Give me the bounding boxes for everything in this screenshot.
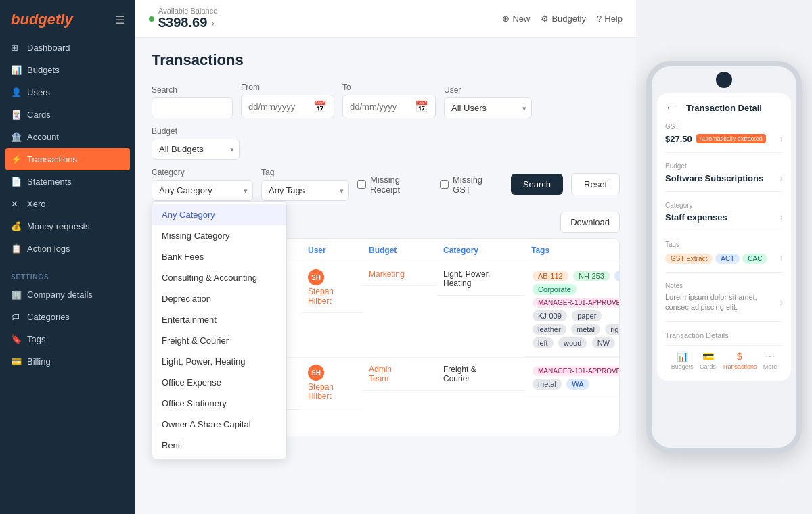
search-input[interactable]: [152, 97, 233, 118]
budgets-icon: 📊: [11, 65, 22, 75]
phone-notes-chevron[interactable]: ›: [780, 297, 783, 308]
account-icon: 🏦: [11, 132, 22, 142]
phone-category-field: Category Staff expenses ›: [665, 202, 783, 231]
sidebar-item-action-logs[interactable]: 📋 Action logs: [0, 237, 135, 260]
balance-amount: $398.69: [158, 15, 207, 30]
phone-mockup: ← Transaction Detail GST $27.50 Automati…: [636, 0, 812, 514]
phone-nav-cards[interactable]: 💳 Cards: [700, 351, 716, 370]
dropdown-item-depreciation[interactable]: Depreciation: [152, 288, 286, 309]
budget-filter: Budget All Budgets: [152, 126, 240, 160]
phone-tag-gst-extract: GST Extract: [665, 254, 713, 264]
td-budget-2: AdminTeam: [362, 358, 436, 391]
missing-gst-label: Missing GST: [453, 174, 503, 195]
from-date-input[interactable]: [248, 101, 309, 112]
dropdown-item-any[interactable]: Any Category: [152, 204, 286, 225]
dropdown-item-entertainment[interactable]: Entertainment: [152, 309, 286, 330]
missing-receipt-checkbox[interactable]: [357, 180, 366, 189]
from-date-wrapper: 📅: [241, 95, 334, 118]
phone-content: ← Transaction Detail GST $27.50 Automati…: [657, 93, 791, 381]
sidebar-item-xero[interactable]: ✕ Xero: [0, 193, 135, 215]
settings-section-label: SETTINGS: [0, 265, 135, 283]
phone-back-button[interactable]: ←: [665, 101, 676, 114]
xero-icon: ✕: [11, 199, 22, 209]
sidebar-item-dashboard[interactable]: ⊞ Dashboard: [0, 37, 135, 59]
phone-nav-more-icon: ⋯: [765, 351, 775, 362]
users-icon: 👤: [11, 87, 22, 97]
dropdown-item-owner-share[interactable]: Owner A Share Capital: [152, 414, 286, 435]
category-filter: Category Any Category Any Category Missi…: [152, 168, 253, 201]
sidebar-item-transactions[interactable]: ⚡ Transactions: [5, 148, 130, 170]
sidebar-item-billing[interactable]: 💳 Billing: [0, 350, 135, 373]
user-select[interactable]: All Users: [444, 97, 532, 118]
phone-category-chevron[interactable]: ›: [780, 212, 783, 223]
tag-filter: Tag Any Tags: [261, 168, 349, 201]
plus-icon: ⊕: [502, 14, 510, 24]
td-user-1: SH Stepan Hilbert: [301, 262, 362, 313]
phone-nav-budgets-icon: 📊: [677, 351, 688, 362]
reset-button[interactable]: Reset: [571, 173, 620, 195]
content-area: Transactions Search From 📅 To 📅: [135, 38, 636, 514]
phone-notes-field: Notes Lorem ipsum dolor sit amet, consec…: [665, 282, 783, 322]
budget-select-wrapper: All Budgets: [152, 139, 240, 160]
sidebar-item-budgets[interactable]: 📊 Budgets: [0, 59, 135, 81]
tags-icon: 🔖: [11, 334, 22, 344]
sidebar-item-money-requests[interactable]: 💰 Money requests: [0, 215, 135, 237]
dropdown-item-missing[interactable]: Missing Category: [152, 225, 286, 246]
cards-icon: 🃏: [11, 110, 22, 120]
statements-icon: 📄: [11, 177, 22, 187]
action-logs-icon: 📋: [11, 243, 22, 254]
td-user-2: SH Stepan Hilbert: [301, 358, 362, 408]
phone-nav-transactions[interactable]: $ Transactions: [722, 351, 757, 370]
tag-select[interactable]: Any Tags: [261, 180, 349, 201]
hamburger-icon[interactable]: ☰: [115, 14, 125, 26]
phone-nav-budgets[interactable]: 📊 Budgets: [671, 351, 694, 370]
phone-tag-act: ACT: [715, 254, 740, 264]
phone-tags-chevron[interactable]: ›: [780, 252, 783, 263]
th-budget: Budget: [362, 239, 436, 262]
dropdown-item-consulting[interactable]: Consulting & Accounting: [152, 267, 286, 288]
category-select-wrapper: Any Category: [152, 180, 253, 201]
phone-gst-field: GST $27.50 Automatically extracted ›: [665, 123, 783, 153]
sidebar: budgetly ☰ ⊞ Dashboard 📊 Budgets 👤 Users…: [0, 0, 135, 514]
help-button[interactable]: ? Help: [597, 14, 623, 24]
missing-receipt-label: Missing Receipt: [370, 174, 432, 195]
category-select[interactable]: Any Category: [152, 180, 253, 201]
sidebar-item-cards[interactable]: 🃏 Cards: [0, 103, 135, 126]
avatar-2: SH: [308, 365, 324, 381]
company-details-icon: 🏢: [11, 289, 22, 300]
dropdown-item-bank-fees[interactable]: Bank Fees: [152, 246, 286, 267]
category-dropdown-menu: Any Category Missing Category Bank Fees …: [152, 201, 287, 459]
sidebar-item-statements[interactable]: 📄 Statements: [0, 170, 135, 193]
page-title: Transactions: [152, 51, 620, 69]
sidebar-item-company-details[interactable]: 🏢 Company details: [0, 283, 135, 306]
download-button[interactable]: Download: [560, 212, 620, 233]
phone-gst-chevron[interactable]: ›: [780, 133, 783, 144]
to-date-input[interactable]: [350, 101, 411, 112]
sidebar-item-account[interactable]: 🏦 Account: [0, 126, 135, 148]
dropdown-item-rent[interactable]: Rent: [152, 435, 286, 456]
user-filter: User All Users: [444, 85, 532, 118]
phone-budget-chevron[interactable]: ›: [780, 172, 783, 183]
dropdown-item-office-stationery[interactable]: Office Stationery: [152, 393, 286, 414]
sidebar-item-tags[interactable]: 🔖 Tags: [0, 328, 135, 350]
budget-select[interactable]: All Budgets: [152, 139, 240, 160]
sidebar-item-categories[interactable]: 🏷 Categories: [0, 306, 135, 328]
phone-frame: ← Transaction Detail GST $27.50 Automati…: [646, 61, 802, 453]
search-button[interactable]: Search: [511, 174, 563, 195]
help-icon: ?: [597, 14, 602, 24]
from-label: From: [241, 83, 334, 92]
sidebar-settings-nav: 🏢 Company details 🏷 Categories 🔖 Tags 💳 …: [0, 283, 135, 373]
budgetly-button[interactable]: ⚙ Budgetly: [541, 14, 586, 24]
phone-nav-more[interactable]: ⋯ More: [763, 351, 777, 370]
balance-arrow-icon: ›: [211, 18, 215, 28]
dropdown-item-office-expense[interactable]: Office Expense: [152, 372, 286, 393]
new-button[interactable]: ⊕ New: [502, 14, 530, 24]
balance-status-dot: [149, 16, 154, 22]
category-label: Category: [152, 168, 253, 177]
missing-gst-checkbox[interactable]: [440, 180, 449, 189]
phone-bottom-nav: 📊 Budgets 💳 Cards $ Transactions ⋯ More: [665, 345, 783, 373]
dropdown-item-freight[interactable]: Freight & Courier: [152, 330, 286, 351]
phone-camera: [716, 72, 732, 88]
dropdown-item-light-power[interactable]: Light, Power, Heating: [152, 351, 286, 372]
sidebar-item-users[interactable]: 👤 Users: [0, 81, 135, 103]
